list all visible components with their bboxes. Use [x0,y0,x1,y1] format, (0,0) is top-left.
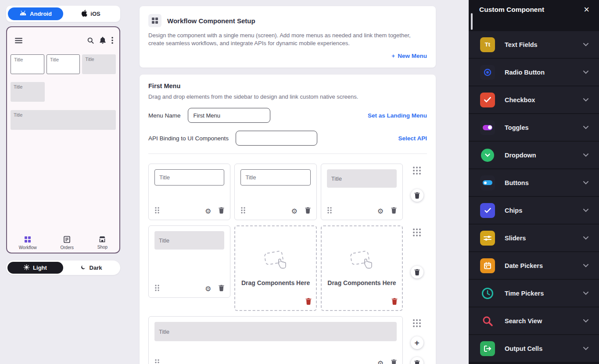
trash-icon[interactable] [391,207,397,215]
android-icon [19,11,27,17]
component-item-checkbox[interactable]: Checkbox [469,86,599,113]
chevron-down-icon[interactable] [583,319,588,323]
row-drag-handle-icon[interactable] [412,166,421,177]
chevron-down-icon[interactable] [583,209,588,212]
trash-icon[interactable] [391,359,397,364]
gear-icon[interactable]: ⚙ [205,208,211,215]
chevron-down-icon[interactable] [583,264,588,268]
add-row-button[interactable]: + [411,336,423,349]
title-field[interactable] [240,169,310,186]
delete-row-button[interactable] [411,357,423,364]
trash-icon[interactable] [219,207,224,215]
drop-zone[interactable]: Drag Components Here [234,225,316,311]
light-mode-button[interactable]: Light [7,262,63,274]
menu-name-input[interactable] [188,108,270,123]
component-label: Radio Button [505,69,545,76]
scrollbar-thumb[interactable] [471,13,473,30]
drag-handle-icon[interactable] [154,359,160,364]
select-api-link[interactable]: Select API [398,135,427,142]
chevron-down-icon[interactable] [583,43,588,46]
nav-item-shop[interactable]: Shop [97,236,108,250]
trash-icon[interactable] [219,285,224,293]
plus-icon: + [391,53,395,59]
nav-item-workflow[interactable]: Workflow [19,236,37,250]
chevron-down-icon[interactable] [583,347,588,350]
component-item-date-pickers[interactable]: Date Pickers [469,252,599,279]
chevron-down-icon[interactable] [583,181,588,185]
chevron-down-icon[interactable] [583,71,588,74]
component-item-sliders[interactable]: Sliders [469,225,599,251]
phone-title-field[interactable]: Title [82,54,116,74]
title-field[interactable] [154,322,397,341]
workflow-setup-card: Workflow Component Setup Design the comp… [140,6,436,68]
component-item-toggles[interactable]: Toggles [469,114,599,141]
drop-zone[interactable]: Drag Components Here [321,225,403,311]
component-label: Toggles [505,124,529,131]
gear-icon[interactable]: ⚙ [377,208,384,215]
component-label: Date Pickers [505,262,543,269]
trash-icon[interactable] [305,207,311,215]
phone-title-field[interactable]: Title [11,110,116,130]
drop-zone-label: Drag Components Here [241,279,310,286]
dark-mode-button[interactable]: Dark [63,262,119,274]
component-label: Output Cells [505,345,542,352]
title-field[interactable] [327,169,397,188]
component-item-output-cells[interactable]: Output Cells [469,335,599,362]
chevron-down-icon[interactable] [583,126,588,129]
set-landing-menu-link[interactable]: Set as Landing Menu [368,112,427,119]
gear-icon[interactable]: ⚙ [205,285,211,293]
nav-label: Orders [60,245,74,250]
title-field[interactable] [154,231,224,250]
title-field[interactable] [154,169,224,186]
divider [148,153,427,154]
component-item-radio-button[interactable]: Radio Button [469,59,599,86]
drag-handle-icon[interactable] [327,207,332,216]
gear-icon[interactable]: ⚙ [377,360,384,364]
chevron-down-icon[interactable] [583,153,588,157]
component-item-text-fields[interactable]: TtText Fields [469,31,599,58]
component-item-chips[interactable]: Chips [469,197,599,224]
delete-row-button[interactable] [411,266,423,278]
nav-label: Shop [97,245,108,250]
gear-icon[interactable]: ⚙ [291,208,297,215]
notification-bell-icon[interactable] [100,37,106,46]
custom-component-panel: Custom Component × TtText FieldsRadio Bu… [469,0,599,364]
row-drag-handle-icon[interactable] [412,228,421,239]
drag-handle-icon[interactable] [154,207,160,216]
delete-row-button[interactable] [411,189,423,202]
chevron-down-icon[interactable] [583,236,588,240]
field-label: Title [85,57,94,62]
panel-title: Custom Component [479,6,544,14]
search-icon[interactable] [87,37,94,46]
component-item-dropdown[interactable]: Dropdown [469,142,599,168]
drag-handle-icon[interactable] [240,207,246,216]
phone-title-field[interactable]: Title [47,54,80,74]
component-item-buttons[interactable]: Buttons [469,169,599,196]
chevron-down-icon[interactable] [583,98,588,102]
component-label: Chips [505,207,522,214]
component-item-search-view[interactable]: Search View [469,307,599,334]
android-tab[interactable]: Android [8,7,63,20]
kebab-menu-icon[interactable] [111,37,113,46]
api-binding-input[interactable] [236,131,317,146]
field-label: Title [14,57,23,62]
ios-tab[interactable]: iOS [63,7,118,20]
shop-storefront-icon [99,236,106,243]
component-item-time-pickers[interactable]: Time Pickers [469,280,599,307]
phone-title-field[interactable]: Title [11,82,45,102]
new-menu-button[interactable]: + New Menu [391,53,427,59]
close-icon[interactable]: × [584,5,589,14]
delete-drop-zone-button[interactable] [391,298,398,307]
drag-hand-icon [348,250,376,275]
drag-hand-icon [262,250,290,275]
phone-preview: Title Title Title Title Title Workflow O… [6,26,120,253]
drag-handle-icon[interactable] [154,284,160,293]
hamburger-menu-icon[interactable] [15,37,22,45]
platform-toggle: Android iOS [6,6,120,22]
nav-item-orders[interactable]: Orders [60,236,74,250]
phone-title-field[interactable]: Title [11,54,44,74]
menu-title: First Menu [148,82,427,89]
delete-drop-zone-button[interactable] [305,298,312,307]
chevron-down-icon[interactable] [583,292,588,295]
row-drag-handle-icon[interactable] [412,319,421,329]
